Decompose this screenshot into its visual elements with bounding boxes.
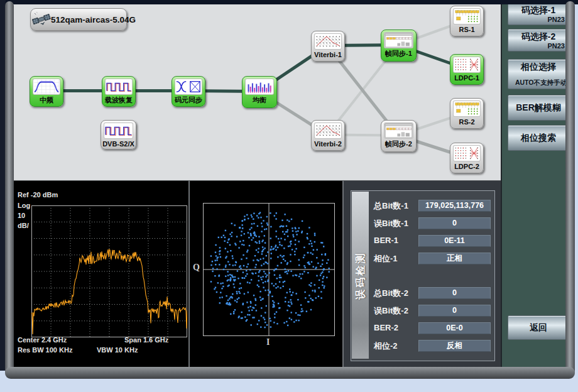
sidebar-button-value: PN23 [547, 42, 565, 50]
spectrum-center-label: Center 2.4 GHz [18, 336, 67, 344]
flow-node-label: 码元同步 [172, 95, 205, 106]
flow-node-label: 帧同步-2 [381, 139, 416, 150]
ber-row-value: 0E-0 [418, 322, 491, 334]
flow-node-rs-1[interactable]: RS-1 [450, 6, 484, 36]
flow-node-label: Viterbi-1 [312, 50, 344, 60]
ber-row: 相位-1正相 [344, 253, 501, 264]
rs-icon [453, 101, 481, 117]
flow-node-label: 均衡 [243, 95, 276, 106]
flow-node-dvb-s2x[interactable]: DVB-S2/X [101, 120, 136, 150]
spectrum-log-label: Log [18, 202, 30, 209]
constellation-q-label: Q [193, 263, 200, 273]
ber-row: BER-20E-0 [344, 322, 501, 334]
ber-row: 总Bit数-1179,025,113,776 [344, 200, 501, 211]
panel-divider-2 [342, 181, 344, 367]
flow-node-viterbi-1[interactable]: Viterbi-1 [311, 31, 345, 62]
ber-row-value: 0E-11 [418, 235, 491, 247]
flow-node-zhongpin[interactable]: 中频 [30, 76, 63, 107]
sidebar-button-value: PN23 [547, 16, 565, 23]
ber-row-label: BER-2 [374, 323, 398, 332]
flow-node-label: LDPC-2 [450, 161, 483, 172]
flow-node-label: Viterbi-2 [312, 139, 344, 150]
squarewave-icon [105, 79, 133, 95]
flow-node-mayuantongbu[interactable]: 码元同步 [172, 76, 205, 107]
sidebar-button-label: 相位选择 [508, 62, 569, 73]
spectrum-scale-label: 10 [18, 212, 25, 219]
bandpass-icon [33, 79, 60, 95]
trellis-icon [314, 33, 342, 50]
ber-row-value: 0 [418, 287, 491, 299]
ber-row: 相位-2反相 [344, 340, 501, 351]
flow-node-label: DVB-S2/X [101, 139, 136, 150]
ber-row-label: 误Bit数-1 [374, 218, 408, 229]
sidebar-button-value: AUTO不支持手动 [515, 79, 567, 87]
sidebar-button-code-select-2[interactable]: 码选择-2PN23 [508, 29, 569, 52]
sidebar-button-label: 码选择-1 [508, 5, 569, 16]
ber-row: 总Bit数-20 [344, 287, 501, 298]
flow-node-label: 载波恢复 [102, 95, 135, 106]
ber-row-label: 误Bit数-2 [374, 305, 408, 317]
satellite-icon [32, 10, 51, 29]
ber-row: 误Bit数-10 [344, 217, 501, 229]
flow-node-ldpc-2[interactable]: LDPC-2 [450, 143, 484, 173]
flow-node-ldpc-1[interactable]: LDPC-1 [450, 54, 484, 85]
flow-node-label: 帧同步-1 [381, 48, 416, 59]
bezel-right [565, 1, 575, 376]
framewin-icon [384, 122, 413, 139]
flow-node-label: 中频 [30, 95, 63, 106]
signal-source-label: 512qam-aircas-5.04G [51, 15, 136, 24]
bezel-left [5, 1, 14, 376]
ber-row-value: 0 [418, 305, 491, 317]
ldpc-icon [453, 57, 481, 73]
flow-node-label: RS-1 [450, 24, 483, 35]
flow-node-viterbi-2[interactable]: Viterbi-2 [311, 120, 345, 151]
sidebar-button-label: 相位搜索 [521, 133, 556, 144]
flow-node-junheng[interactable]: 均衡 [242, 76, 277, 108]
flow-node-zhentongbu-1[interactable]: 帧同步-1 [381, 30, 417, 62]
sidebar-button-label: BER解模糊 [516, 102, 561, 114]
trellis-icon [314, 122, 342, 139]
bezel-bottom [5, 367, 575, 379]
flow-node-label: LDPC-1 [450, 73, 483, 84]
flow-node-zhentongbu-2[interactable]: 帧同步-2 [381, 120, 417, 152]
sidebar-button-code-select-1[interactable]: 码选择-1PN23 [508, 3, 569, 25]
ber-panel: 误码检测 总Bit数-1179,025,113,776误Bit数-10BER-1… [344, 181, 501, 367]
ber-row-value: 反相 [418, 340, 491, 352]
signal-source-button[interactable]: 512qam-aircas-5.04G [30, 8, 127, 31]
sidebar-button-label: 返回 [530, 322, 547, 334]
ber-inner-frame [351, 190, 495, 361]
window-top-edge [0, 0, 578, 4]
sidebar: 码选择-1PN23码选择-2PN23相位选择AUTO不支持手动BER解模糊相位搜… [501, 1, 568, 367]
spectrum-panel: Ref -20 dBm Log 10 dB/ Center 2.4 GHz Sp… [14, 181, 188, 367]
ber-row-label: 总Bit数-1 [374, 200, 408, 212]
sidebar-button-label: 码选择-2 [508, 31, 569, 43]
sidebar-button-phase-select[interactable]: 相位选择AUTO不支持手动 [508, 59, 569, 89]
constellation-display [203, 203, 335, 336]
ber-row-value: 179,025,113,776 [418, 200, 491, 212]
ber-row: 误Bit数-20 [344, 305, 501, 316]
spectrum-span-label: Span 1.6 GHz [124, 336, 168, 344]
spectrum-ref-label: Ref -20 dBm [18, 191, 58, 199]
squarewave-icon [104, 122, 133, 139]
ber-row-label: 相位-2 [374, 340, 398, 352]
ber-row-label: 相位-1 [374, 253, 398, 264]
eye-icon [175, 79, 202, 95]
constellation-i-label: I [266, 337, 270, 347]
eqbars-icon [245, 79, 274, 95]
sidebar-button-return[interactable]: 返回 [508, 315, 569, 340]
spectrum-rbw-label: Res BW 100 KHz [18, 346, 72, 354]
ber-row-value: 0 [418, 217, 491, 229]
demodulator-app: 512qam-aircas-5.04G Ref -20 dBm Log 10 d… [0, 0, 578, 392]
framewin-icon [384, 32, 413, 48]
spectrum-vbw-label: VBW 10 KHz [97, 346, 138, 354]
rs-icon [453, 8, 481, 24]
ber-side-strip: 误码检测 [352, 192, 369, 359]
constellation-panel: Q I [190, 181, 342, 367]
flow-node-rs-2[interactable]: RS-2 [450, 98, 484, 129]
sidebar-button-phase-search[interactable]: 相位搜索 [508, 125, 569, 151]
flow-node-zaibohuifu[interactable]: 载波恢复 [102, 76, 136, 107]
ber-row-label: BER-1 [374, 236, 398, 245]
sidebar-button-ber-deambiguity[interactable]: BER解模糊 [508, 95, 569, 121]
spectrum-display [31, 205, 187, 337]
spectrum-unit-label: dB/ [18, 222, 29, 229]
